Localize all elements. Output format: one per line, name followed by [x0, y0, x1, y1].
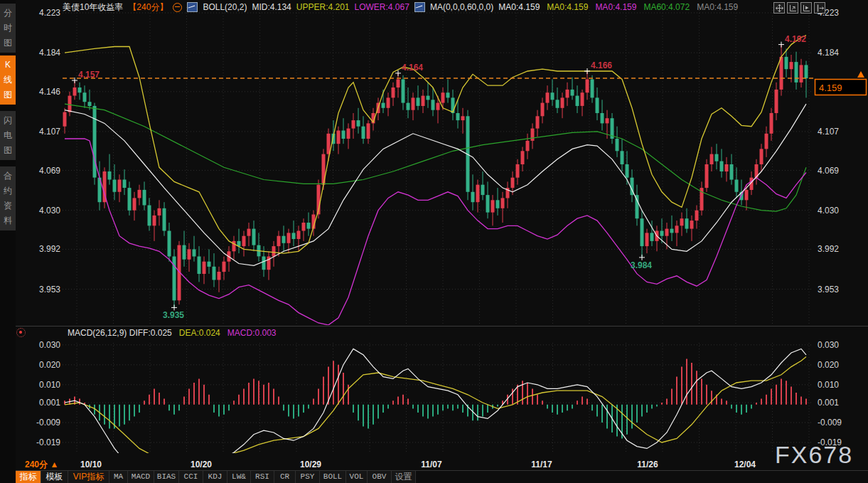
- toolbar-button-VOL[interactable]: VOL: [346, 471, 368, 483]
- svg-text:0.030: 0.030: [39, 340, 60, 350]
- svg-text:4.146: 4.146: [39, 87, 60, 97]
- toolbar-button-模板[interactable]: 模板: [41, 471, 68, 483]
- tab-char: 电: [0, 128, 16, 143]
- fx678-watermark: FX678: [775, 441, 853, 469]
- candle-series[interactable]: [63, 45, 808, 308]
- collapse-circle-icon[interactable]: [173, 3, 182, 12]
- kline-macd-chart[interactable]: 4.2234.2234.1844.1844.1464.1464.1074.107…: [0, 0, 868, 483]
- macd-marker-icon[interactable]: [16, 328, 26, 337]
- ma-value-2: MA0:4.159: [547, 2, 588, 12]
- sidebar-tab-1[interactable]: 分时图: [0, 4, 16, 53]
- tab-char: 资: [0, 198, 16, 213]
- svg-text:4.159: 4.159: [819, 83, 842, 93]
- svg-text:4.030: 4.030: [39, 206, 60, 216]
- svg-text:4.184: 4.184: [818, 48, 839, 58]
- macd-name: MACD(26,12,9): [68, 328, 127, 338]
- svg-text:-0.009: -0.009: [818, 418, 842, 428]
- boll-mid-value: MID:4.134: [252, 2, 291, 12]
- indicator-toolbar: 指标模板VIP指标MAMACDBIASCCIKDJLW&RSICRPSYBOLL…: [16, 471, 416, 483]
- macd-dea-value: DEA:0.024: [179, 328, 220, 338]
- dea-line: [65, 357, 806, 459]
- ma-value-1: MA0:4.159: [498, 2, 540, 12]
- svg-text:11/26: 11/26: [637, 460, 658, 469]
- svg-text:3.953: 3.953: [818, 285, 839, 294]
- tab-char: K: [0, 58, 16, 73]
- toolbar-button-VIP指标[interactable]: VIP指标: [68, 471, 109, 483]
- svg-text:4.192: 4.192: [785, 34, 806, 44]
- svg-text:4.157: 4.157: [78, 70, 100, 80]
- pane-shift-icon[interactable]: [814, 2, 825, 14]
- toolbar-button-RSI[interactable]: RSI: [251, 471, 274, 483]
- svg-text:10/29: 10/29: [300, 460, 321, 469]
- sidebar-tab-4[interactable]: 合约资料: [0, 166, 16, 230]
- svg-text:0.010: 0.010: [39, 380, 60, 390]
- current-price-tag: 4.159: [815, 71, 867, 95]
- chart-header: 美债10年收益率 【240分】 BOLL(20,2) MID:4.134 UPP…: [63, 1, 738, 13]
- svg-text:4.107: 4.107: [818, 127, 839, 137]
- svg-text:3.992: 3.992: [818, 244, 839, 254]
- svg-text:3.953: 3.953: [39, 285, 60, 294]
- svg-text:0.010: 0.010: [818, 380, 839, 390]
- boll-indicator-icon[interactable]: [187, 2, 198, 12]
- toolbar-button-PSY[interactable]: PSY: [296, 471, 320, 483]
- toolbar-button-BIAS[interactable]: BIAS: [154, 471, 179, 483]
- toolbar-button-LW&[interactable]: LW&: [227, 471, 251, 483]
- tab-char: 图: [0, 36, 16, 51]
- svg-text:3.992: 3.992: [39, 244, 60, 254]
- svg-text:0.001: 0.001: [818, 398, 839, 408]
- symbol-title: 美债10年收益率: [63, 1, 123, 14]
- tab-char: 约: [0, 184, 16, 198]
- svg-text:4.164: 4.164: [402, 63, 423, 73]
- svg-text:4.069: 4.069: [39, 166, 60, 176]
- toolbar-button-KDJ[interactable]: KDJ: [203, 471, 227, 483]
- svg-text:10/20: 10/20: [191, 460, 212, 469]
- macd-macd-value: MACD:0.003: [227, 328, 277, 338]
- tab-char: 闪: [0, 113, 16, 128]
- svg-text:4.184: 4.184: [39, 48, 60, 58]
- tab-char: 合: [0, 169, 16, 184]
- tab-char: 线: [0, 73, 16, 87]
- macd-histogram: [65, 359, 806, 438]
- toolbar-button-CCI[interactable]: CCI: [179, 471, 203, 483]
- timeframe-arrow-icon: ▲: [50, 460, 58, 469]
- boll-label: BOLL(20,2): [203, 2, 247, 12]
- price-axis-labels: 4.2234.2234.1844.1844.1464.1464.1074.107…: [36, 8, 842, 447]
- svg-text:-0.009: -0.009: [36, 418, 60, 428]
- svg-text:4.069: 4.069: [818, 166, 839, 176]
- chart-toolbox: [773, 2, 825, 14]
- ma-value-4: MA60:4.072: [643, 2, 690, 12]
- toolbar-button-指标[interactable]: 指标: [16, 471, 41, 483]
- axis-play-icon[interactable]: [800, 2, 812, 14]
- toolbar-button-BOLL[interactable]: BOLL: [320, 471, 346, 483]
- ma60-line: [65, 104, 806, 211]
- svg-text:4.223: 4.223: [39, 8, 60, 18]
- ma-indicator-icon[interactable]: [414, 2, 425, 12]
- toolbar-button-设置[interactable]: 设置: [392, 471, 416, 483]
- diff-line: [65, 349, 806, 466]
- toolbar-button-MA[interactable]: MA: [109, 471, 128, 483]
- tab-char: 图: [0, 143, 16, 158]
- svg-text:3.984: 3.984: [631, 260, 652, 270]
- left-tab-sidebar: 分时图K线图闪电图合约资料: [0, 0, 16, 483]
- price-annotations: 4.1574.1644.1664.1923.9353.984: [72, 34, 806, 321]
- pan-crosshair-icon[interactable]: [773, 2, 785, 14]
- svg-text:0.020: 0.020: [818, 360, 839, 370]
- axis-compress-icon[interactable]: [787, 2, 798, 14]
- toolbar-button-CR[interactable]: CR: [274, 471, 296, 483]
- toolbar-button-MACD[interactable]: MACD: [128, 471, 154, 483]
- svg-text:11/17: 11/17: [531, 460, 552, 469]
- sidebar-tab-3[interactable]: 闪电图: [0, 111, 16, 160]
- tab-char: 料: [0, 213, 16, 228]
- ma-values: MA0:4.159MA0:4.159MA0:4.159MA60:4.072MA0…: [498, 2, 738, 12]
- ma-value-5: MA0:4.159: [697, 2, 738, 12]
- timeframe-selector[interactable]: 240分 ▲: [25, 459, 58, 471]
- boll-upper-line: [65, 36, 806, 253]
- svg-text:-0.019: -0.019: [36, 437, 60, 447]
- sidebar-tab-2[interactable]: K线图: [0, 55, 16, 105]
- macd-header: MACD(26,12,9) DIFF:0.025 DEA:0.024 MACD:…: [68, 328, 277, 338]
- toolbar-button-OBV[interactable]: OBV: [368, 471, 392, 483]
- svg-text:4.107: 4.107: [39, 127, 60, 137]
- svg-text:0.020: 0.020: [39, 360, 60, 370]
- period-badge[interactable]: 【240分】: [128, 1, 168, 14]
- timeframe-label: 240分: [25, 460, 48, 469]
